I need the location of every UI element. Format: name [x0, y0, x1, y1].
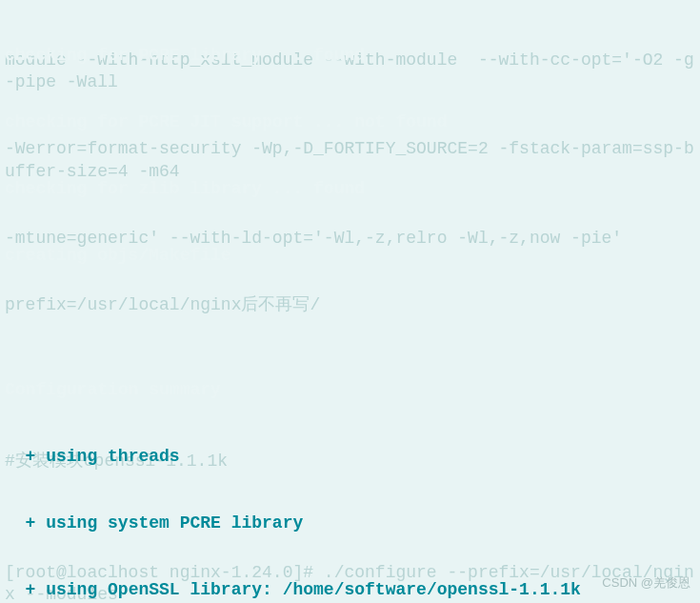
summary-plus-line: + using threads [5, 446, 695, 468]
check-line: checking for PCRE library ... found [5, 45, 695, 67]
terminal-foreground-output[interactable]: checking for PCRE library ... found chec… [0, 0, 700, 603]
check-line: checking for PCRE JIT support ... not fo… [5, 111, 695, 133]
summary-plus-line: + using OpenSSL library: /home/software/… [5, 579, 695, 601]
summary-plus-line: + using system PCRE library [5, 513, 695, 534]
summary-header: Configuration summary [5, 379, 695, 401]
check-line: creating objs/Makefile [5, 245, 695, 267]
blank-line [5, 312, 695, 333]
check-line: checking for zlib library ... found [5, 178, 695, 200]
csdn-watermark: CSDN @羌俊恩 [602, 575, 690, 592]
